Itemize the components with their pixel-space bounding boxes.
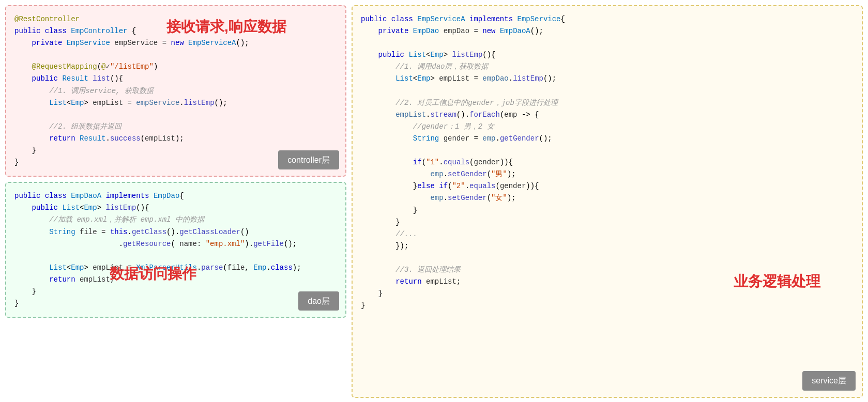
service-badge: service层 [802,371,856,391]
dao-code: public class EmpDaoA implements EmpDao{ … [14,190,337,310]
controller-badge: controller层 [278,150,339,170]
controller-box: 接收请求,响应数据 @RestController public class E… [5,5,346,177]
dao-box: public class EmpDaoA implements EmpDao{ … [5,182,346,318]
service-box: public class EmpServiceA implements EmpS… [352,5,863,398]
service-code: public class EmpServiceA implements EmpS… [361,13,854,312]
left-column: 接收请求,响应数据 @RestController public class E… [5,5,346,398]
right-column: public class EmpServiceA implements EmpS… [352,5,863,398]
controller-code: @RestController public class EmpControll… [14,13,337,168]
dao-badge: dao层 [298,291,339,311]
